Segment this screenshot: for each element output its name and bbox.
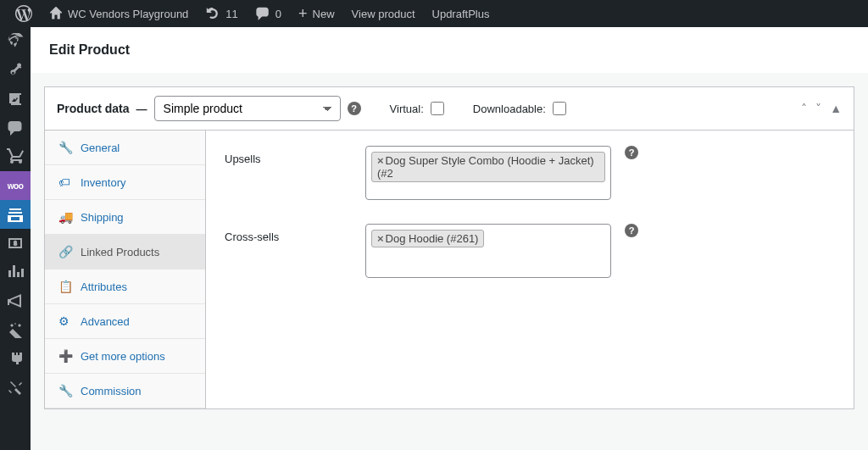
- panel-title: Product data: [57, 102, 130, 115]
- page-header: Edit Product: [31, 27, 868, 73]
- cart-icon[interactable]: [0, 142, 31, 171]
- tab-inventory[interactable]: 🏷 Inventory: [45, 165, 205, 200]
- page-title: Edit Product: [49, 42, 849, 58]
- gear-icon: ⚙: [58, 314, 72, 328]
- panel-move-down-icon[interactable]: ˅: [815, 102, 821, 115]
- upsells-label: Upsells: [225, 146, 352, 165]
- comments-link[interactable]: 0: [247, 0, 290, 27]
- payments-icon[interactable]: $: [0, 229, 31, 258]
- panel-toggle-icon[interactable]: ▲: [830, 102, 842, 115]
- virtual-checkbox[interactable]: [431, 102, 444, 115]
- truck-icon: 🚚: [58, 210, 72, 224]
- dashboard-icon[interactable]: [0, 27, 31, 56]
- products-icon[interactable]: [0, 200, 31, 229]
- link-icon: 🔗: [58, 245, 72, 258]
- tab-get-more-options[interactable]: ➕ Get more options: [45, 339, 205, 374]
- admin-sidebar: woo $: [0, 27, 31, 450]
- appearance-icon[interactable]: [0, 315, 31, 344]
- media-icon[interactable]: [0, 85, 31, 114]
- tools-icon[interactable]: [0, 373, 31, 402]
- token-remove-icon[interactable]: ×: [377, 232, 384, 245]
- updates-count: 11: [225, 8, 237, 20]
- update-icon: [205, 6, 220, 21]
- plus-icon: +: [298, 6, 308, 21]
- cross-sells-token[interactable]: ×Dog Hoodie (#261): [371, 230, 484, 247]
- cross-sells-input[interactable]: ×Dog Hoodie (#261): [365, 224, 611, 278]
- help-icon[interactable]: ?: [625, 224, 638, 237]
- upsells-token[interactable]: ×Dog Super Style Combo (Hoodie + Jacket)…: [371, 152, 605, 182]
- help-icon[interactable]: ?: [348, 102, 361, 115]
- plus-circle-icon: ➕: [58, 349, 72, 363]
- plugins-icon[interactable]: [0, 344, 31, 373]
- wp-logo[interactable]: [7, 0, 41, 27]
- product-data-tabs: 🔧 General 🏷 Inventory 🚚 Shipping 🔗 Linke…: [45, 131, 206, 408]
- comments-menu-icon[interactable]: [0, 114, 31, 142]
- woo-icon[interactable]: woo: [0, 171, 31, 200]
- tab-content-linked: Upsells ×Dog Super Style Combo (Hoodie +…: [206, 131, 854, 408]
- comment-icon: [255, 6, 270, 21]
- cross-sells-label: Cross-sells: [225, 224, 352, 243]
- wrench-icon: 🔧: [58, 141, 72, 154]
- site-title: WC Vendors Playground: [68, 8, 188, 20]
- product-data-panel: Product data — Simple product ? Virtual:…: [44, 86, 854, 409]
- token-remove-icon[interactable]: ×: [377, 154, 384, 167]
- help-icon[interactable]: ?: [625, 146, 638, 159]
- view-product-link[interactable]: View product: [343, 0, 424, 27]
- home-icon: [49, 7, 63, 20]
- wrench-icon: 🔧: [58, 384, 72, 397]
- new-link[interactable]: + New: [290, 0, 343, 27]
- virtual-label: Virtual:: [390, 103, 424, 115]
- panel-header: Product data — Simple product ? Virtual:…: [45, 87, 854, 131]
- downloadable-label: Downloadable:: [473, 103, 546, 115]
- site-link[interactable]: WC Vendors Playground: [41, 0, 197, 27]
- tab-commission[interactable]: 🔧 Commission: [45, 374, 205, 408]
- tab-general[interactable]: 🔧 General: [45, 131, 205, 165]
- downloadable-checkbox[interactable]: [553, 102, 566, 115]
- new-label: New: [313, 8, 335, 20]
- updates-link[interactable]: 11: [197, 0, 246, 27]
- tab-advanced[interactable]: ⚙ Advanced: [45, 304, 205, 339]
- comments-count: 0: [275, 8, 281, 20]
- tab-linked-products[interactable]: 🔗 Linked Products: [45, 235, 205, 269]
- admin-bar: WC Vendors Playground 11 0 + New View pr…: [0, 0, 868, 27]
- pin-icon[interactable]: [0, 56, 31, 85]
- wordpress-icon: [15, 5, 32, 22]
- tag-icon: 🏷: [58, 175, 72, 189]
- product-type-select[interactable]: Simple product: [154, 96, 341, 121]
- tab-shipping[interactable]: 🚚 Shipping: [45, 200, 205, 235]
- panel-title-separator: —: [136, 103, 147, 115]
- list-icon: 📋: [58, 280, 72, 293]
- updraftplus-link[interactable]: UpdraftPlus: [424, 0, 498, 27]
- upsells-input[interactable]: ×Dog Super Style Combo (Hoodie + Jacket)…: [365, 146, 611, 200]
- panel-move-up-icon[interactable]: ˄: [801, 102, 807, 115]
- analytics-icon[interactable]: [0, 258, 31, 286]
- marketing-icon[interactable]: [0, 286, 31, 315]
- tab-attributes[interactable]: 📋 Attributes: [45, 269, 205, 304]
